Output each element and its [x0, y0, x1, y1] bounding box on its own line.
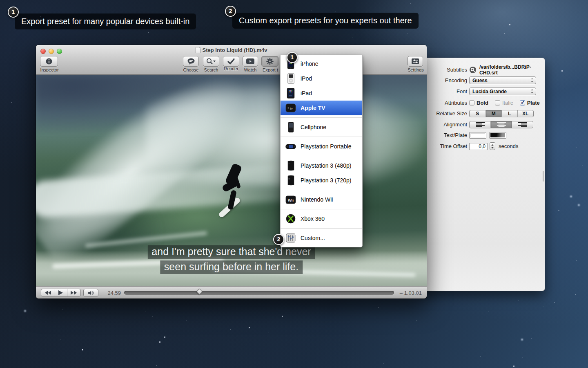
wii-icon: Wii: [285, 194, 296, 205]
svg-text:tv: tv: [290, 107, 293, 110]
plate-color-well[interactable]: [489, 132, 506, 139]
menu-item-ipod[interactable]: iPod: [281, 71, 362, 86]
render-button[interactable]: Watch Render: [223, 56, 239, 71]
menu-separator: [281, 209, 362, 209]
speaker-icon: [88, 290, 94, 296]
watch-button[interactable]: Watch: [243, 56, 258, 72]
menu-item-label: Playstation 3 (480p): [301, 162, 352, 169]
subtitle-settings-drawer: Subtitles /var/folders/b...BDRiP-CHD.srt…: [416, 58, 545, 291]
menu-item-nintendo-wii[interactable]: WiiNintendo Wii: [281, 192, 362, 207]
subtitle-line-2: seen surfing before in her life.: [160, 260, 303, 274]
menu-item-label: iPod: [301, 75, 312, 82]
alignment-segmented: [469, 121, 533, 128]
popup-arrows-icon: [530, 89, 534, 94]
surfer: [216, 157, 261, 234]
callout-1-badge: 1: [8, 7, 19, 18]
callout-1: Export preset for many popular devices b…: [15, 13, 196, 29]
checkmark-icon: [227, 58, 235, 65]
time-offset-field[interactable]: 0,0: [469, 143, 488, 150]
rewind-icon: [45, 291, 51, 295]
size-l-segment[interactable]: L: [502, 110, 518, 117]
menu-item-playstation-3-720p[interactable]: Playstation 3 (720p): [281, 173, 362, 188]
seconds-label: seconds: [499, 143, 518, 149]
menu-item-label: iPad: [301, 90, 312, 96]
italic-checkbox[interactable]: Italic: [495, 100, 513, 106]
size-xl-segment[interactable]: XL: [518, 110, 534, 117]
menu-separator: [281, 190, 362, 190]
reveal-file-icon[interactable]: [469, 66, 477, 74]
menu-badge-1: 1: [287, 52, 298, 63]
menu-item-label: iPhone: [301, 61, 318, 67]
encoding-popup[interactable]: Guess: [469, 76, 536, 84]
progress-thumb[interactable]: [196, 289, 203, 295]
sliders-icon: [411, 58, 419, 65]
starfield: [0, 0, 0, 0]
info-icon: [45, 58, 53, 65]
menu-item-xbox-360[interactable]: Xbox 360: [281, 211, 362, 226]
speech-bubble-icon: [187, 58, 196, 65]
xbox-icon: [285, 213, 296, 224]
settings-button[interactable]: Settings: [408, 56, 424, 72]
subtitles-path: /var/folders/b...BDRiP-CHD.srt: [479, 64, 545, 76]
menu-item-cellphone[interactable]: Cellphone: [281, 120, 362, 135]
ipad-icon: [285, 88, 296, 99]
playback-controls: [41, 289, 81, 297]
fast-forward-button[interactable]: [67, 289, 80, 296]
callout-2-badge: 2: [225, 6, 236, 17]
time-offset-stepper[interactable]: [490, 142, 495, 150]
align-center-segment[interactable]: [491, 121, 512, 128]
window-title: Step Into Liquid (HD).m4v: [36, 47, 427, 53]
menu-item-ipad[interactable]: iPad: [281, 86, 362, 101]
menu-item-apple-tv[interactable]: tvApple TV: [281, 101, 362, 115]
search-button[interactable]: Search: [203, 56, 219, 72]
menu-badge-2: 2: [273, 234, 284, 245]
menu-item-custom[interactable]: Custom...: [281, 231, 362, 245]
ipod-icon: [285, 73, 296, 84]
play-button[interactable]: [54, 289, 67, 296]
menu-item-label: Nintendo Wii: [301, 196, 333, 203]
choose-button[interactable]: Choose: [183, 56, 199, 72]
plate-checkbox[interactable]: Plate: [520, 100, 540, 106]
time-elapsed: 24.59: [101, 290, 121, 296]
menu-item-playstation-3-480p[interactable]: Playstation 3 (480p): [281, 158, 362, 173]
size-m-segment[interactable]: M: [486, 110, 502, 117]
callout-2: Custom export presets for you experts ou…: [232, 13, 419, 29]
font-popup[interactable]: Lucida Grande: [469, 88, 536, 95]
menu-separator: [281, 117, 362, 118]
video-canvas[interactable]: and I'm pretty sure that she'd never see…: [36, 75, 427, 286]
align-center-icon: [497, 122, 506, 127]
menu-item-label: Cellphone: [301, 124, 326, 130]
document-icon: [196, 47, 200, 53]
menu-item-label: Playstation Portable: [301, 143, 352, 150]
export-button[interactable]: Export t: [261, 56, 279, 72]
menu-item-label: Apple TV: [301, 105, 325, 111]
progress-track[interactable]: [124, 291, 394, 295]
menu-item-label: Xbox 360: [301, 215, 325, 222]
bold-checkbox[interactable]: Bold: [469, 100, 488, 106]
play-icon: [58, 290, 63, 295]
size-s-segment[interactable]: S: [470, 110, 486, 117]
inspector-button[interactable]: Inspector: [40, 56, 59, 72]
svg-text:Wii: Wii: [288, 197, 294, 202]
align-left-segment[interactable]: [470, 121, 491, 128]
gear-icon: [266, 57, 274, 65]
relative-size-segmented: S M L XL: [469, 110, 534, 117]
transport-bar: 24.59 – 1.03.01: [36, 286, 427, 298]
desktop-background: 1 Export preset for many popular devices…: [0, 0, 588, 368]
align-right-segment[interactable]: [512, 121, 533, 128]
rewind-button[interactable]: [41, 289, 54, 296]
menu-separator: [281, 228, 362, 229]
menu-item-label: Playstation 3 (720p): [301, 177, 352, 184]
menu-separator: [281, 137, 362, 137]
menu-separator: [281, 156, 362, 156]
time-remaining: – 1.03.01: [400, 290, 422, 296]
volume-button[interactable]: [83, 289, 98, 297]
player-window: Step Into Liquid (HD).m4v Inspector Choo…: [36, 45, 427, 298]
text-color-well[interactable]: [469, 132, 486, 139]
align-left-icon: [476, 122, 485, 127]
cellphone-icon: [285, 122, 296, 132]
drawer-scrollbar[interactable]: [543, 171, 543, 182]
custom-icon: [285, 233, 296, 243]
menu-item-playstation-portable[interactable]: Playstation Portable: [281, 139, 362, 154]
play-video-icon: [246, 58, 255, 65]
